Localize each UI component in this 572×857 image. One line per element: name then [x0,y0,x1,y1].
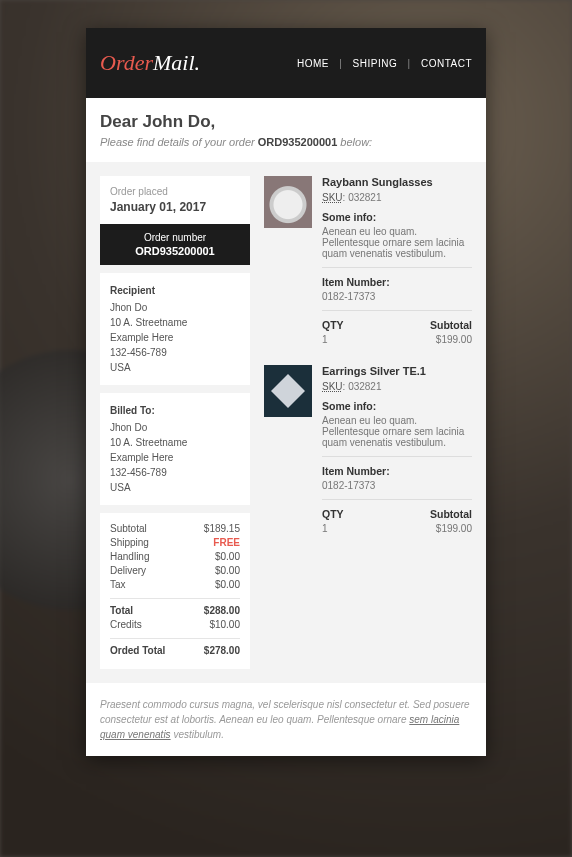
header-bar: OrderMail. HOME | SHIPING | CONTACT [86,28,486,98]
nav-shipping[interactable]: SHIPING [353,58,398,69]
item-detail: Earrings Silver TE.1 SKU: 032821 Some in… [322,365,472,534]
order-placed-label: Order placed [110,186,240,197]
nav-contact[interactable]: CONTACT [421,58,472,69]
item-thumbnail [264,365,312,417]
item-name: Raybann Sunglasses [322,176,472,188]
footer-paragraph: Praesent commodo cursus magna, vel scele… [86,683,486,756]
delivery-value: $0.00 [215,565,240,576]
item-number-value: 0182-17373 [322,291,375,302]
shipping-label: Shipping [110,537,149,548]
subtotal-value: $189.15 [204,523,240,534]
nav-home[interactable]: HOME [297,58,329,69]
grand-label: Orded Total [110,645,165,656]
billed-title: Billed To: [110,403,240,418]
qty-value: 1 [322,523,328,534]
order-placed-value: January 01, 2017 [110,200,240,214]
brand-part1: Order [100,50,153,75]
info-label: Some info: [322,400,472,412]
billed-zip: 132-456-789 [110,465,240,480]
greeting-order-ref: ORD935200001 [258,136,338,148]
greeting-heading: Dear John Do, [100,112,472,132]
qty-label: QTY [322,508,344,520]
main-content: Order placed January 01, 2017 Order numb… [86,162,486,683]
top-nav: HOME | SHIPING | CONTACT [297,58,472,69]
item-subtotal-value: $199.00 [436,523,472,534]
recipient-title: Recipient [110,283,240,298]
order-item: Raybann Sunglasses SKU: 032821 Some info… [264,176,472,345]
info-text: Aenean eu leo quam. Pellentesque ornare … [322,226,464,259]
recipient-country: USA [110,360,240,375]
subtotal-label: Subtotal [110,523,147,534]
order-placed-card: Order placed January 01, 2017 Order numb… [100,176,250,265]
email-container: OrderMail. HOME | SHIPING | CONTACT Dear… [86,28,486,756]
info-text: Aenean eu leo quam. Pellentesque ornare … [322,415,464,448]
order-item: Earrings Silver TE.1 SKU: 032821 Some in… [264,365,472,534]
billed-street: 10 A. Streetname [110,435,240,450]
greeting-after: below: [337,136,372,148]
recipient-city: Example Here [110,330,240,345]
greeting-block: Dear John Do, Please find details of you… [86,98,486,162]
sku-value: 032821 [348,381,381,392]
sku-label: SKU [322,192,343,203]
greeting-line: Please find details of your order ORD935… [100,136,472,148]
recipient-zip: 132-456-789 [110,345,240,360]
tax-value: $0.00 [215,579,240,590]
recipient-card: Recipient Jhon Do 10 A. Streetname Examp… [100,273,250,385]
order-number-block: Order number ORD935200001 [100,224,250,265]
footer-text-2: vestibulum. [171,729,224,740]
item-subtotal-label: Subtotal [430,508,472,520]
item-thumbnail [264,176,312,228]
nav-sep: | [408,58,411,69]
brand-logo: OrderMail. [100,50,200,76]
totals-card: Subtotal$189.15 ShippingFREE Handling$0.… [100,513,250,669]
handling-label: Handling [110,551,149,562]
order-number-value: ORD935200001 [100,245,250,257]
delivery-label: Delivery [110,565,146,576]
left-column: Order placed January 01, 2017 Order numb… [100,176,250,669]
item-detail: Raybann Sunglasses SKU: 032821 Some info… [322,176,472,345]
brand-part2: Mail. [153,50,200,75]
sku-label: SKU [322,381,343,392]
nav-sep: | [339,58,342,69]
info-label: Some info: [322,211,472,223]
billed-city: Example Here [110,450,240,465]
billed-name: Jhon Do [110,420,240,435]
item-name: Earrings Silver TE.1 [322,365,472,377]
credits-label: Credits [110,619,142,630]
right-column: Raybann Sunglasses SKU: 032821 Some info… [264,176,472,669]
total-value: $288.00 [204,605,240,616]
recipient-street: 10 A. Streetname [110,315,240,330]
greeting-before: Please find details of your order [100,136,258,148]
sku-value: 032821 [348,192,381,203]
grand-value: $278.00 [204,645,240,656]
qty-value: 1 [322,334,328,345]
tax-label: Tax [110,579,126,590]
total-label: Total [110,605,133,616]
billed-country: USA [110,480,240,495]
order-number-label: Order number [100,232,250,243]
item-subtotal-label: Subtotal [430,319,472,331]
billed-card: Billed To: Jhon Do 10 A. Streetname Exam… [100,393,250,505]
item-number-label: Item Number: [322,465,472,477]
shipping-value: FREE [213,537,240,548]
item-number-label: Item Number: [322,276,472,288]
item-subtotal-value: $199.00 [436,334,472,345]
qty-label: QTY [322,319,344,331]
credits-value: $10.00 [209,619,240,630]
handling-value: $0.00 [215,551,240,562]
item-number-value: 0182-17373 [322,480,375,491]
recipient-name: Jhon Do [110,300,240,315]
